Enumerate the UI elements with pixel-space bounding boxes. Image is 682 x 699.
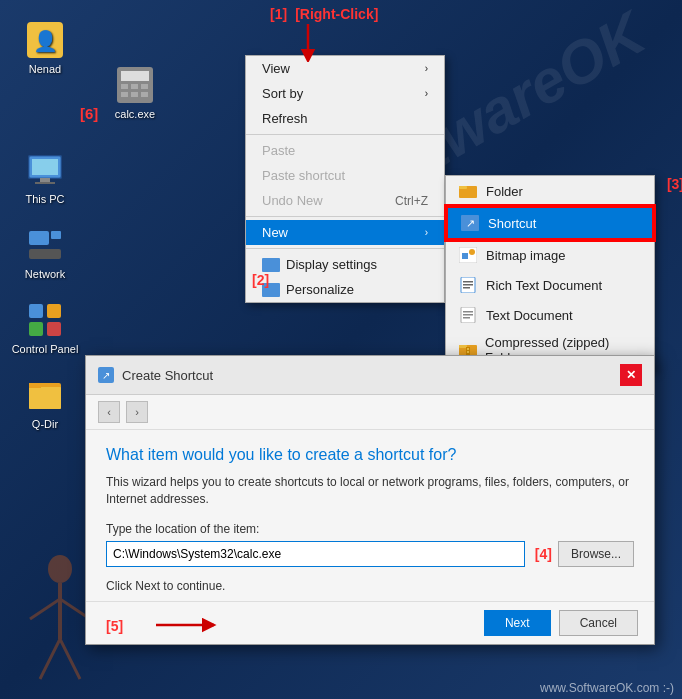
svg-rect-35 <box>463 281 473 283</box>
sep2 <box>246 216 444 217</box>
paste-shortcut-label: Paste shortcut <box>262 168 345 183</box>
network-label: Network <box>25 268 65 280</box>
controlpanel-icon <box>25 300 65 340</box>
svg-rect-39 <box>463 311 473 313</box>
svg-point-51 <box>48 555 72 583</box>
menu-item-undo-new[interactable]: Undo New Ctrl+Z <box>246 188 444 213</box>
svg-rect-18 <box>29 304 43 318</box>
dialog-close-button[interactable]: ✕ <box>620 364 642 386</box>
dialog-nav: ‹ › <box>86 395 654 430</box>
annotation-4: [4] <box>535 546 552 562</box>
paste-label: Paste <box>262 143 295 158</box>
browse-button[interactable]: Browse... <box>558 541 634 567</box>
svg-point-33 <box>469 249 475 255</box>
svg-rect-3 <box>121 71 149 81</box>
svg-rect-14 <box>32 159 58 175</box>
annotation-5: [5] <box>106 618 123 634</box>
svg-text:↗: ↗ <box>466 217 475 229</box>
svg-rect-32 <box>462 253 468 259</box>
display-icon <box>262 258 280 272</box>
shortcut-label: Shortcut <box>488 216 536 231</box>
refresh-label: Refresh <box>262 111 308 126</box>
dialog-description: This wizard helps you to create shortcut… <box>106 474 634 508</box>
location-input-row: [4] Browse... <box>106 541 634 567</box>
calc-icon <box>115 65 155 105</box>
nenad-icon: 👤 <box>25 20 65 60</box>
desktop-icon-controlpanel[interactable]: Control Panel <box>10 300 80 355</box>
svg-line-56 <box>60 639 80 679</box>
forward-button[interactable]: › <box>126 401 148 423</box>
qdir-icon <box>25 375 65 415</box>
submenu-item-folder[interactable]: Folder <box>446 176 654 206</box>
desktop-icon-thispc[interactable]: This PC <box>10 150 80 205</box>
menu-item-view[interactable]: View › <box>246 56 444 81</box>
qdir-label: Q-Dir <box>32 418 58 430</box>
submenu-item-textdoc[interactable]: Text Document <box>446 300 654 330</box>
submenu-item-shortcut[interactable]: ↗ Shortcut <box>446 206 654 240</box>
svg-rect-20 <box>29 322 43 336</box>
svg-line-53 <box>30 599 60 619</box>
submenu: [3] Folder ↗ Shortcut <box>445 175 655 371</box>
menu-item-paste-shortcut[interactable]: Paste shortcut <box>246 163 444 188</box>
svg-rect-12 <box>40 178 50 182</box>
menu-item-refresh[interactable]: Refresh <box>246 106 444 131</box>
sortby-arrow: › <box>425 88 428 99</box>
dialog-title-text: Create Shortcut <box>122 368 213 383</box>
svg-rect-46 <box>467 351 469 353</box>
dialog-content: What item would you like to create a sho… <box>86 430 654 609</box>
submenu-item-richtext[interactable]: Rich Text Document <box>446 270 654 300</box>
svg-rect-16 <box>51 231 61 239</box>
menu-item-new[interactable]: New › <box>246 220 444 245</box>
create-shortcut-dialog: ↗ Create Shortcut ✕ ‹ › What item would … <box>85 355 655 645</box>
controlpanel-label: Control Panel <box>12 343 79 355</box>
bitmap-icon <box>458 245 478 265</box>
network-icon <box>25 225 65 265</box>
sep1 <box>246 134 444 135</box>
richtext-label: Rich Text Document <box>486 278 602 293</box>
svg-rect-24 <box>29 383 41 388</box>
textdoc-icon <box>458 305 478 325</box>
menu-item-sortby[interactable]: Sort by › <box>246 81 444 106</box>
dialog-title-area: ↗ Create Shortcut <box>98 367 213 383</box>
new-label: New <box>262 225 288 240</box>
location-input[interactable] <box>106 541 525 567</box>
submenu-item-bitmap[interactable]: Bitmap image <box>446 240 654 270</box>
svg-text:👤: 👤 <box>33 29 58 53</box>
annotation-3: [3] <box>667 176 682 192</box>
thispc-icon <box>25 150 65 190</box>
undo-new-label: Undo New <box>262 193 323 208</box>
menu-item-display[interactable]: Display settings <box>246 252 444 277</box>
undo-new-shortcut: Ctrl+Z <box>395 194 428 208</box>
svg-rect-40 <box>463 314 473 316</box>
richtext-icon <box>458 275 478 295</box>
calc-label: calc.exe <box>115 108 155 120</box>
desktop-icon-qdir[interactable]: Q-Dir <box>10 375 80 430</box>
dialog-footer: [5] Next Cancel <box>86 601 654 644</box>
folder-label: Folder <box>486 184 523 199</box>
svg-rect-37 <box>463 287 470 289</box>
svg-rect-28 <box>459 186 467 189</box>
svg-rect-36 <box>463 284 473 286</box>
svg-text:↗: ↗ <box>102 370 110 381</box>
view-label: View <box>262 61 290 76</box>
desktop-icon-nenad[interactable]: 👤 Nenad <box>10 20 80 75</box>
menu-item-paste[interactable]: Paste <box>246 138 444 163</box>
cancel-button[interactable]: Cancel <box>559 610 638 636</box>
desktop-icon-calc[interactable]: calc.exe <box>100 65 170 120</box>
svg-rect-15 <box>29 231 49 245</box>
svg-rect-4 <box>121 84 128 89</box>
annotation-2: [2] <box>252 272 269 288</box>
menu-item-personalize[interactable]: Personalize <box>246 277 444 302</box>
svg-rect-6 <box>141 84 148 89</box>
arrow-to-next <box>154 614 224 636</box>
svg-rect-43 <box>459 345 467 348</box>
bitmap-label: Bitmap image <box>486 248 565 263</box>
click-next-text: Click Next to continue. <box>106 579 634 593</box>
next-button[interactable]: Next <box>484 610 551 636</box>
desktop-icon-network[interactable]: Network <box>10 225 80 280</box>
svg-rect-9 <box>141 92 148 97</box>
back-button[interactable]: ‹ <box>98 401 120 423</box>
sortby-label: Sort by <box>262 86 303 101</box>
svg-rect-41 <box>463 317 470 319</box>
dialog-title-bar: ↗ Create Shortcut ✕ <box>86 356 654 395</box>
